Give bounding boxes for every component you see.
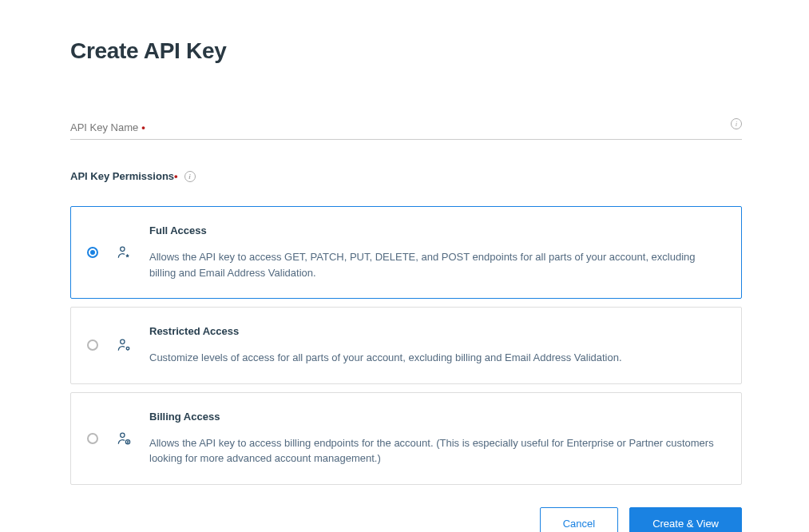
svg-point-0 — [121, 247, 125, 251]
radio-restricted-access[interactable] — [87, 339, 98, 351]
info-icon[interactable]: i — [731, 118, 742, 129]
info-icon[interactable]: i — [184, 171, 196, 182]
permissions-label-text: API Key Permissions — [70, 170, 174, 182]
required-indicator: • — [174, 170, 178, 182]
svg-point-1 — [121, 339, 125, 343]
create-and-view-button[interactable]: Create & View — [629, 507, 742, 533]
svg-point-3 — [121, 433, 125, 437]
permission-title: Full Access — [149, 224, 719, 236]
permission-options: Full Access Allows the API key to access… — [70, 206, 742, 485]
required-indicator: • — [141, 121, 145, 133]
permission-description: Customize levels of access for all parts… — [149, 350, 719, 366]
svg-point-2 — [126, 347, 129, 350]
permission-description: Allows the API key to access billing end… — [149, 435, 719, 466]
permission-title: Billing Access — [149, 411, 719, 423]
user-star-icon — [116, 244, 132, 260]
permission-option-restricted-access[interactable]: Restricted Access Customize levels of ac… — [70, 307, 742, 384]
api-key-name-label-text: API Key Name — [70, 121, 138, 133]
api-key-name-field[interactable]: API Key Name • i — [70, 120, 742, 140]
permissions-section-label: API Key Permissions• i — [70, 170, 196, 182]
permission-title: Restricted Access — [149, 325, 719, 337]
api-key-name-label: API Key Name • — [70, 121, 145, 133]
radio-billing-access[interactable] — [87, 433, 98, 444]
radio-full-access[interactable] — [87, 247, 98, 258]
page-title: Create API Key — [70, 38, 742, 64]
cancel-button[interactable]: Cancel — [540, 507, 618, 533]
form-actions: Cancel Create & View — [70, 507, 742, 533]
permission-option-full-access[interactable]: Full Access Allows the API key to access… — [70, 206, 742, 299]
permission-option-billing-access[interactable]: Billing Access Allows the API key to acc… — [70, 392, 742, 485]
user-gear-icon — [116, 337, 132, 353]
permission-description: Allows the API key to access GET, PATCH,… — [149, 249, 719, 280]
user-dollar-icon — [116, 431, 132, 447]
